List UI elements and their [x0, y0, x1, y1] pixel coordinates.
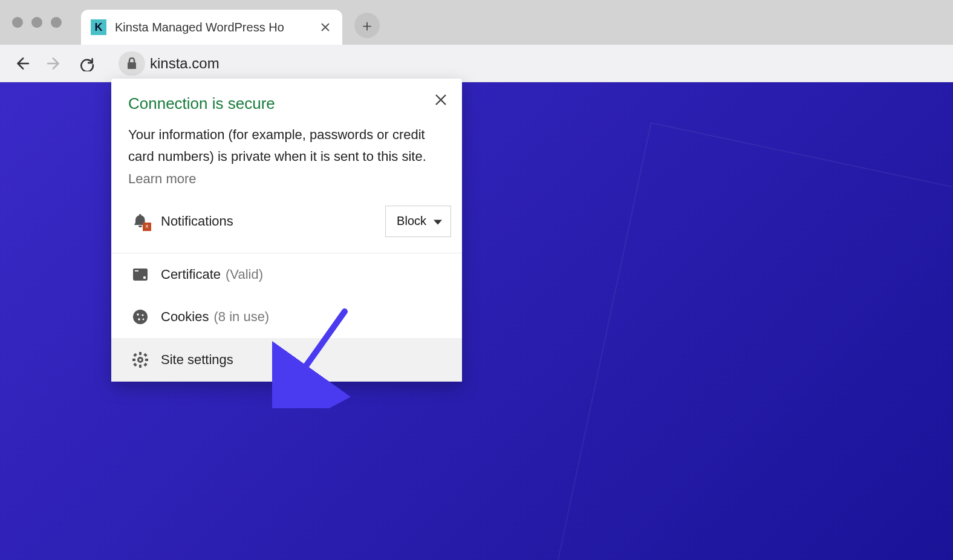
svg-rect-3 — [135, 270, 138, 272]
cookies-label: Cookies — [161, 309, 209, 325]
site-info-popup: Connection is secure Your information (f… — [111, 79, 462, 382]
permission-select[interactable]: Block — [385, 206, 451, 237]
permission-notifications: × Notifications Block — [111, 190, 462, 253]
minimize-window-dot[interactable] — [31, 17, 42, 28]
back-button[interactable] — [8, 50, 35, 77]
svg-rect-15 — [143, 353, 147, 357]
svg-rect-17 — [143, 363, 147, 366]
permission-label: Notifications — [161, 213, 385, 229]
svg-point-7 — [141, 314, 143, 316]
svg-point-6 — [137, 313, 139, 316]
svg-rect-14 — [133, 353, 137, 357]
address-bar[interactable]: kinsta.com — [112, 50, 945, 77]
svg-point-5 — [133, 310, 148, 324]
cookie-icon — [128, 309, 152, 325]
popup-title: Connection is secure — [128, 94, 445, 113]
window-controls — [12, 17, 62, 28]
learn-more-link[interactable]: Learn more — [128, 171, 197, 186]
tab-favicon: K — [91, 19, 106, 35]
close-tab-icon[interactable] — [320, 22, 330, 32]
close-window-dot[interactable] — [12, 17, 23, 28]
site-settings-row[interactable]: Site settings — [111, 338, 462, 382]
svg-point-8 — [138, 318, 140, 321]
svg-point-9 — [143, 318, 145, 320]
new-tab-button[interactable]: ＋ — [354, 13, 380, 38]
svg-rect-16 — [133, 363, 137, 366]
lock-icon — [126, 57, 137, 70]
address-host: kinsta.com — [150, 55, 220, 72]
certificate-status: (Valid) — [226, 267, 263, 282]
certificate-icon — [128, 268, 152, 281]
svg-rect-12 — [132, 359, 135, 361]
certificate-label: Certificate — [161, 267, 221, 282]
site-settings-label: Site settings — [161, 352, 233, 368]
reload-button[interactable] — [74, 50, 100, 77]
popup-description: Your information (for example, passwords… — [111, 113, 462, 190]
svg-rect-11 — [139, 365, 141, 368]
cookies-status: (8 in use) — [213, 309, 269, 325]
svg-rect-0 — [128, 62, 136, 69]
browser-tab[interactable]: K Kinsta Managed WordPress Ho — [81, 10, 342, 45]
tab-title: Kinsta Managed WordPress Ho — [115, 21, 312, 34]
gear-icon — [128, 351, 152, 368]
forward-button[interactable] — [41, 50, 68, 77]
tab-strip: K Kinsta Managed WordPress Ho ＋ — [0, 0, 953, 45]
certificate-row[interactable]: Certificate (Valid) — [111, 253, 462, 296]
svg-rect-10 — [139, 352, 141, 355]
close-icon — [435, 94, 447, 106]
bell-icon: × — [128, 213, 152, 230]
site-info-button[interactable] — [119, 51, 145, 76]
cookies-row[interactable]: Cookies (8 in use) — [111, 296, 462, 338]
svg-point-4 — [143, 276, 146, 279]
svg-rect-13 — [145, 359, 148, 361]
maximize-window-dot[interactable] — [51, 17, 62, 28]
browser-toolbar: kinsta.com — [0, 45, 953, 82]
popup-close-button[interactable] — [432, 91, 450, 109]
